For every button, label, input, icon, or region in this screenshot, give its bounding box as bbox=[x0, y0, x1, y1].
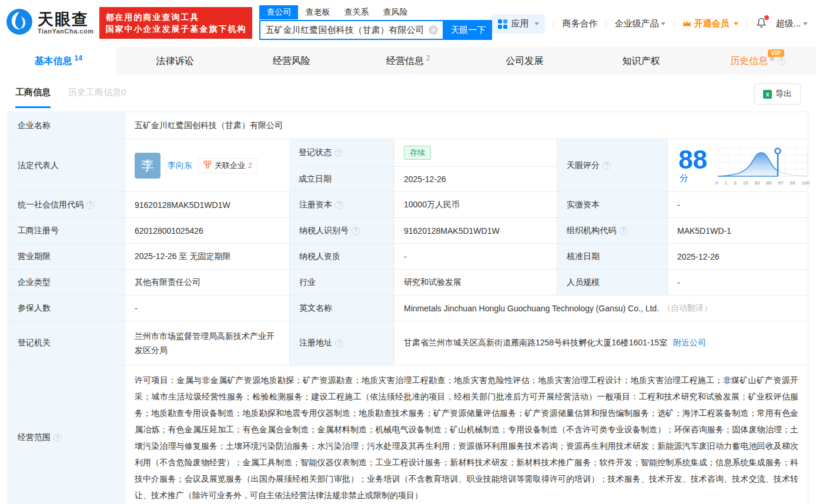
tianyancha-logo[interactable]: 天眼查 TianYanCha.com bbox=[6, 8, 93, 38]
search-button[interactable]: 天眼一下 bbox=[444, 20, 492, 40]
chevron-down-icon bbox=[534, 22, 539, 25]
help-icon[interactable]: ? bbox=[352, 227, 360, 235]
score-distribution-chart: 01 315 5085 9799 100 bbox=[715, 146, 810, 186]
taxpayer-qualification-label: 纳税人资质 bbox=[289, 244, 394, 269]
related-companies-badge[interactable]: 关联企业 2 bbox=[198, 158, 257, 173]
reg-address-label: 注册地址 ? bbox=[289, 321, 394, 365]
help-icon[interactable]: ? bbox=[53, 434, 62, 442]
credit-code-label: 统一社会信用代码 ? bbox=[8, 192, 125, 217]
top-nav: 应用 商务合作 企业级产品 开通会员 bbox=[492, 14, 808, 33]
table-row: 登记机关 兰州市市场监督管理局高新技术产业开发区分局 注册地址 ? 甘肃省兰州市… bbox=[8, 321, 808, 365]
search-clear-icon[interactable]: ✕ bbox=[429, 25, 438, 35]
reg-address-value: 甘肃省兰州市城关区高新街道雁南路1258号科技孵化大厦16楼1601-15室 附… bbox=[394, 321, 808, 365]
english-name-label: 英文名称 bbox=[289, 295, 394, 321]
org-code-value: MAK5D1WD-1 bbox=[667, 218, 808, 243]
staff-size-value: - bbox=[667, 270, 808, 295]
tab-company-development[interactable]: 公司发展 bbox=[466, 47, 583, 75]
open-vip-button[interactable]: 开通会员 bbox=[683, 18, 738, 29]
score-axis-labels: 01 315 5085 9799 100 bbox=[715, 180, 810, 186]
notification-bell-icon[interactable] bbox=[755, 17, 767, 31]
nav-cooperation[interactable]: 商务合作 bbox=[562, 18, 597, 29]
paid-capital-value: - bbox=[667, 192, 808, 217]
search-tab-boss[interactable]: 查老板 bbox=[298, 5, 337, 19]
credit-code-value: 91620128MAK5D1WD1W bbox=[125, 192, 289, 217]
business-term-value: 2025-12-26 至 无固定期限 bbox=[125, 244, 289, 269]
avatar[interactable]: 李 bbox=[135, 153, 160, 179]
divider bbox=[747, 19, 747, 29]
apps-grid-icon bbox=[498, 19, 507, 29]
nearby-companies-link[interactable]: 附近公司 bbox=[673, 338, 706, 348]
legal-rep-name-link[interactable]: 李向东 bbox=[168, 160, 192, 170]
search-tab-company[interactable]: 查公司 bbox=[259, 5, 298, 19]
tianyancha-logo-icon bbox=[6, 8, 33, 38]
crown-icon bbox=[683, 19, 691, 29]
tab-basic-info[interactable]: 基本信息 14 bbox=[0, 47, 116, 75]
reg-capital-label: 注册资本 ? bbox=[289, 192, 394, 217]
related-company-icon bbox=[203, 160, 212, 170]
help-icon[interactable]: ? bbox=[86, 201, 95, 209]
divider bbox=[674, 19, 674, 29]
subtab-history-registration[interactable]: 历史工商信息0 bbox=[68, 87, 126, 106]
taxpayer-id-value: 91620128MAK5D1WD1W bbox=[394, 218, 557, 243]
tab-operating-risk[interactable]: 经营风险 bbox=[233, 47, 350, 75]
taxpayer-qualification-value: - bbox=[394, 244, 557, 269]
legal-rep-label: 法定代表人 bbox=[8, 139, 125, 191]
apps-button[interactable]: 应用 bbox=[492, 14, 545, 33]
reg-capital-value: 10000万人民币 bbox=[394, 192, 557, 217]
business-term-label: 营业期限 bbox=[8, 244, 125, 269]
org-code-label: 组织机构代码 ? bbox=[557, 218, 667, 243]
search-tab-risk[interactable]: 查风险 bbox=[376, 5, 414, 19]
help-icon[interactable]: ? bbox=[335, 339, 343, 347]
tab-intellectual-property[interactable]: 知识产权 bbox=[583, 47, 699, 75]
table-row: 经营范围 ? 许可项目：金属与非金属矿产资源地质勘探；矿产资源勘查；地质灾害治理… bbox=[8, 365, 808, 504]
business-scope-value: 许可项目：金属与非金属矿产资源地质勘探；矿产资源勘查；地质灾害治理工程勘查；地质… bbox=[125, 365, 808, 504]
nav-super-vip[interactable]: 超级... bbox=[775, 18, 808, 29]
score-number: 88 bbox=[678, 145, 707, 174]
table-row: 法定代表人 李 李向东 bbox=[8, 139, 808, 191]
company-type-value: 其他有限责任公司 bbox=[125, 270, 289, 295]
notification-dot bbox=[764, 15, 769, 20]
company-type-label: 企业类型 bbox=[8, 270, 125, 295]
reg-number-label: 工商注册号 bbox=[8, 218, 125, 243]
top-header: 天眼查 TianYanCha.com 都在用的商业查询工具 国家中小企业发展子基… bbox=[0, 0, 816, 47]
tab-business-info[interactable]: 经营信息 2 bbox=[350, 47, 466, 75]
table-row: 企业名称 五矿金川红鹭国创科技（甘肃）有限公司 bbox=[8, 112, 808, 139]
help-icon[interactable]: ? bbox=[335, 149, 343, 157]
banner-line2: 国家中小企业发展子基金旗下机构 bbox=[105, 23, 246, 35]
main-tabstrip: 基本信息 14 法律诉讼 经营风险 经营信息 2 公司发展 知识产权 VIP 历… bbox=[0, 47, 816, 75]
help-icon[interactable]: ? bbox=[619, 227, 627, 235]
taxpayer-id-label: 纳税人识别号 ? bbox=[289, 218, 394, 243]
help-icon[interactable]: ? bbox=[777, 57, 785, 65]
industry-label: 行业 bbox=[289, 270, 394, 295]
reg-authority-value: 兰州市市场监督管理局高新技术产业开发区分局 bbox=[125, 321, 289, 365]
company-name-value: 五矿金川红鹭国创科技（甘肃）有限公司 bbox=[125, 112, 808, 139]
status-badge: 存续 bbox=[404, 146, 431, 160]
chevron-down-icon bbox=[734, 22, 738, 25]
divider bbox=[553, 19, 554, 29]
nav-enterprise-products[interactable]: 企业级产品 bbox=[614, 18, 665, 29]
help-icon[interactable]: ? bbox=[603, 162, 611, 170]
score-value: 88分 bbox=[667, 139, 815, 191]
chevron-down-icon bbox=[661, 22, 665, 25]
paid-capital-label: 实缴资本 bbox=[557, 192, 667, 217]
table-row: 营业期限 2025-12-26 至 无固定期限 纳税人资质 - 核准日期 202… bbox=[8, 243, 808, 269]
tab-legal[interactable]: 法律诉讼 bbox=[116, 47, 233, 75]
approval-date-label: 核准日期 bbox=[557, 244, 667, 269]
staff-size-label: 人员规模 bbox=[557, 270, 667, 295]
divider bbox=[606, 19, 606, 29]
content-panel: 工商信息 历史工商信息0 x 导出 企业名称 五矿金川红鹭国创科技（甘肃）有限公… bbox=[0, 75, 816, 504]
industry-value: 研究和试验发展 bbox=[394, 270, 557, 295]
search-tabs: 查公司 查老板 查关系 查风险 bbox=[259, 5, 492, 20]
legal-rep-value: 李 李向东 关联企业 bbox=[125, 139, 289, 191]
apps-label: 应用 bbox=[511, 18, 529, 29]
tab-history-info[interactable]: VIP 历史信息 8 ? bbox=[700, 47, 816, 75]
export-button[interactable]: x 导出 bbox=[754, 83, 801, 105]
subtab-business-registration[interactable]: 工商信息 bbox=[15, 87, 51, 108]
search-tab-relation[interactable]: 查关系 bbox=[337, 5, 376, 19]
help-icon[interactable]: ? bbox=[335, 201, 343, 209]
insured-count-value: - bbox=[125, 295, 289, 321]
search-input[interactable] bbox=[260, 25, 429, 35]
english-name-value: Minmetals Jinchuan Honglu Guochuang Tech… bbox=[394, 295, 808, 321]
promo-banner: 都在用的商业查询工具 国家中小企业发展子基金旗下机构 bbox=[99, 7, 252, 39]
chevron-down-icon bbox=[803, 22, 808, 25]
